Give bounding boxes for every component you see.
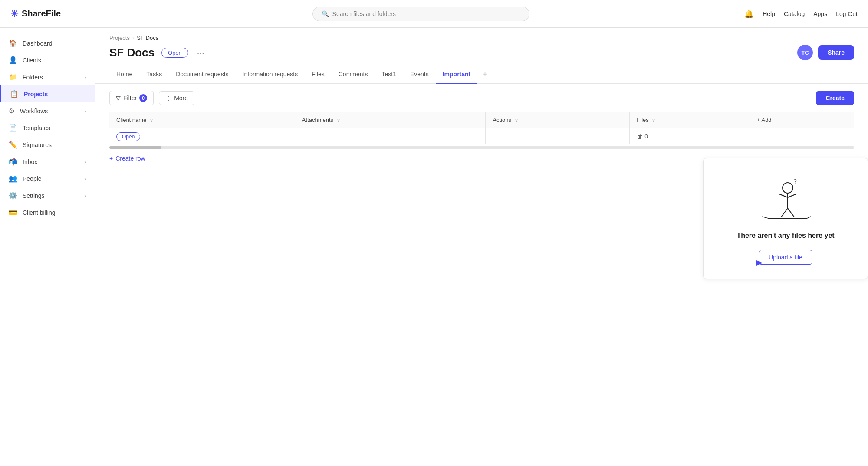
- empty-state-panel: ? T: [703, 158, 868, 279]
- filter-count: 0: [139, 94, 147, 102]
- projects-icon: 📋: [10, 90, 19, 98]
- main-content-area: Projects › SF Docs SF Docs Open ··· TC S…: [95, 28, 868, 168]
- tab-comments[interactable]: Comments: [332, 66, 375, 84]
- sidebar-item-clients[interactable]: 👤 Clients: [0, 52, 95, 69]
- templates-icon: 📄: [9, 124, 17, 132]
- add-tab-button[interactable]: +: [477, 66, 493, 83]
- col-header-client-name[interactable]: Client name ∨: [109, 112, 295, 128]
- sidebar-label-people: People: [23, 175, 42, 182]
- topnav: ✳ ShareFile 🔍 🔔 Help Catalog Apps Log Ou…: [0, 0, 868, 28]
- cell-actions: [486, 128, 630, 144]
- search-icon: 🔍: [322, 10, 329, 17]
- sidebar-item-inbox[interactable]: 📬 Inbox ›: [0, 153, 95, 170]
- sidebar-label-client-billing: Client billing: [23, 209, 55, 216]
- sidebar-item-dashboard[interactable]: 🏠 Dashboard: [0, 35, 95, 52]
- sidebar-item-folders[interactable]: 📁 Folders ›: [0, 69, 95, 85]
- tab-files[interactable]: Files: [305, 66, 332, 84]
- breadcrumb: Projects › SF Docs: [95, 28, 868, 41]
- share-button[interactable]: Share: [818, 45, 854, 60]
- sidebar-label-inbox: Inbox: [23, 158, 37, 165]
- sidebar-arrow-settings: ›: [85, 193, 86, 198]
- filter-label: Filter: [123, 95, 137, 102]
- more-options-button[interactable]: ···: [197, 48, 204, 58]
- sidebar-label-projects: Projects: [24, 91, 48, 98]
- sidebar-item-client-billing[interactable]: 💳 Client billing: [0, 204, 95, 221]
- svg-marker-11: [756, 260, 763, 266]
- sort-icon-attachments: ∨: [337, 118, 340, 123]
- search-input-wrap[interactable]: 🔍: [312, 7, 529, 21]
- sidebar-label-dashboard: Dashboard: [23, 40, 53, 47]
- people-icon: 👥: [9, 174, 17, 183]
- client-billing-icon: 💳: [9, 208, 17, 217]
- logo-text: ShareFile: [22, 9, 61, 19]
- col-header-attachments[interactable]: Attachments ∨: [295, 112, 486, 128]
- sidebar-label-folders: Folders: [23, 74, 43, 81]
- row-status-badge[interactable]: Open: [116, 132, 140, 141]
- catalog-link[interactable]: Catalog: [784, 10, 805, 17]
- table-row: Open🗑 0: [109, 128, 854, 144]
- breadcrumb-parent[interactable]: Projects: [109, 35, 130, 41]
- sidebar-item-projects[interactable]: 📋 Projects: [0, 85, 95, 102]
- svg-line-6: [788, 208, 794, 217]
- clients-icon: 👤: [9, 56, 17, 64]
- sidebar-label-clients: Clients: [23, 57, 41, 64]
- apps-link[interactable]: Apps: [813, 10, 827, 17]
- logo: ✳ ShareFile: [10, 8, 97, 20]
- sidebar-arrow-workflows: ›: [85, 108, 86, 114]
- svg-line-8: [762, 217, 768, 218]
- svg-line-3: [779, 194, 788, 197]
- svg-text:?: ?: [793, 178, 797, 185]
- svg-line-4: [788, 194, 796, 197]
- col-header-files[interactable]: Files ∨: [630, 112, 750, 128]
- bell-icon[interactable]: 🔔: [744, 9, 754, 19]
- sort-icon-client-name: ∨: [150, 118, 153, 123]
- tab-tasks[interactable]: Tasks: [139, 66, 169, 84]
- sidebar-item-signatures[interactable]: ✏️ Signatures: [0, 136, 95, 153]
- sidebar-label-templates: Templates: [23, 125, 50, 131]
- tab-test1[interactable]: Test1: [375, 66, 403, 84]
- upload-arrow: [683, 254, 769, 272]
- search-input[interactable]: [332, 10, 520, 17]
- sidebar-item-people[interactable]: 👥 People ›: [0, 170, 95, 187]
- data-table: Client name ∨Attachments ∨Actions ∨Files…: [109, 112, 854, 144]
- topnav-actions: 🔔 Help Catalog Apps Log Out: [744, 9, 858, 19]
- tab-document-requests[interactable]: Document requests: [169, 66, 235, 84]
- tabs: HomeTasksDocument requestsInformation re…: [95, 66, 868, 84]
- filter-button[interactable]: ▽ Filter 0: [109, 91, 154, 105]
- sidebar-item-templates[interactable]: 📄 Templates: [0, 119, 95, 136]
- cell-files: 🗑 0: [630, 128, 750, 144]
- create-button[interactable]: Create: [816, 91, 854, 105]
- signatures-icon: ✏️: [9, 141, 17, 149]
- sidebar-label-signatures: Signatures: [23, 141, 52, 148]
- sidebar-item-settings[interactable]: ⚙️ Settings ›: [0, 187, 95, 204]
- logo-icon: ✳: [10, 8, 18, 20]
- more-button[interactable]: ⋮ More: [159, 91, 194, 105]
- add-column-button[interactable]: + Add: [750, 112, 854, 128]
- breadcrumb-current: SF Docs: [137, 35, 158, 41]
- svg-line-9: [807, 217, 811, 218]
- empty-title: There aren't any files here yet: [736, 232, 834, 240]
- help-link[interactable]: Help: [763, 10, 775, 17]
- tab-important[interactable]: Important: [436, 66, 478, 84]
- svg-line-5: [781, 208, 788, 217]
- col-header-actions[interactable]: Actions ∨: [486, 112, 630, 128]
- sidebar-arrow-people: ›: [85, 176, 86, 181]
- page-header: SF Docs Open ··· TC Share: [95, 41, 868, 60]
- inbox-icon: 📬: [9, 158, 17, 166]
- cell-client-name[interactable]: Open: [109, 128, 295, 144]
- folders-icon: 📁: [9, 73, 17, 81]
- sort-icon-files: ∨: [652, 118, 655, 123]
- tab-home[interactable]: Home: [109, 66, 139, 84]
- tab-information-requests[interactable]: Information requests: [236, 66, 305, 84]
- tab-events[interactable]: Events: [403, 66, 436, 84]
- logout-link[interactable]: Log Out: [836, 10, 858, 17]
- sidebar-label-workflows: Workflows: [20, 108, 48, 115]
- sidebar-item-workflows[interactable]: ⚙ Workflows ›: [0, 102, 95, 119]
- scroll-bar: [95, 144, 868, 149]
- dashboard-icon: 🏠: [9, 39, 17, 47]
- avatar: TC: [797, 45, 813, 60]
- create-row-label: Create row: [115, 155, 145, 162]
- sidebar-label-settings: Settings: [23, 192, 45, 199]
- status-badge[interactable]: Open: [161, 48, 188, 58]
- filter-icon: ▽: [116, 95, 121, 102]
